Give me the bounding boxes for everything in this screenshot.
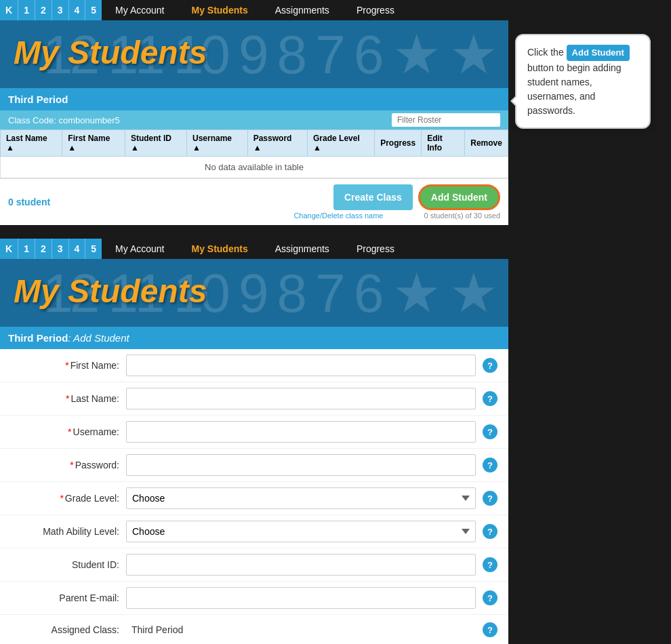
nav-num-4: 4 [68,0,85,20]
first-name-input[interactable] [126,355,476,376]
tooltip-add-student-label: Add Student [567,45,630,61]
nav-num-2-4: 4 [68,239,85,259]
nav-num-2: 2 [35,0,52,20]
last-name-help-icon[interactable]: ? [483,391,497,406]
hero-banner-2: 12 11 10 9 8 7 6 ★ ★ My Students [0,259,508,327]
form-title-bar: Third Period: Add Student [0,327,508,349]
divider [0,232,671,239]
first-name-help-icon[interactable]: ? [483,358,497,373]
last-name-input[interactable] [126,388,476,409]
last-name-row: *Last Name: ? [0,382,508,416]
nav-num-2-5: 5 [85,239,102,259]
nav-bar-2: K 1 2 3 4 5 My Account My Students Assig… [0,239,671,259]
col-edit-info: Edit Info [422,130,465,157]
nav-k: K [0,0,18,20]
assigned-class-label: Assigned Class: [11,624,119,635]
nav-bar-1: K 1 2 3 4 5 My Account My Students Assig… [0,0,671,20]
students-used-count: 0 student(s) of 30 used [424,212,500,220]
student-id-label: Student ID: [11,559,119,570]
tooltip-bubble: Click the Add Student button to begin ad… [515,34,651,129]
nav-num-2-2: 2 [35,239,52,259]
add-student-form: *First Name: ? *Last Name: ? *Username: … [0,349,508,644]
last-name-label: *Last Name: [11,393,119,404]
grade-level-help-icon[interactable]: ? [483,491,497,506]
table-footer: 0 student Create Class Add Student Chang… [0,178,508,225]
parent-email-input[interactable] [126,587,476,609]
class-code-label: Class Code: combonumber5 [8,115,120,125]
parent-email-row: Parent E-mail: ? [0,582,508,615]
username-help-icon[interactable]: ? [483,424,497,439]
col-student-id[interactable]: Student ID ▲ [125,130,186,157]
hero-title-1: My Students [14,34,495,71]
nav-num-3: 3 [52,0,68,20]
nav2-progress[interactable]: Progress [343,239,408,259]
class-code-value: combonumber5 [58,115,119,125]
footer-right: Create Class Add Student Change/Delete c… [293,184,500,220]
nav-k-2: K [0,239,18,259]
first-name-row: *First Name: ? [0,349,508,382]
nav2-my-students[interactable]: My Students [178,239,261,259]
col-progress: Progress [375,130,422,157]
assigned-class-row: Assigned Class: Third Period ? [0,615,508,644]
tooltip-text-after: button to begin adding student names, us… [527,62,622,116]
nav-num-1: 1 [18,0,35,20]
parent-email-help-icon[interactable]: ? [483,590,497,605]
form-class-name: Third Period [8,332,68,344]
footer-btn-row: Create Class Add Student [333,184,500,210]
tooltip-text-before: Click the [527,47,564,58]
form-subtitle: : Add Student [68,332,129,344]
student-count: 0 student [8,197,50,207]
table-empty-row: No data available in table [1,157,508,178]
math-ability-row: Math Ability Level: Choose Low Average H… [0,515,508,548]
col-remove: Remove [465,130,508,157]
col-username[interactable]: Username ▲ [187,130,248,157]
no-data-message: No data available in table [1,157,508,178]
username-row: *Username: ? [0,416,508,449]
hero-title-2: My Students [14,273,495,310]
assigned-class-help-icon[interactable]: ? [483,622,497,637]
nav2-assignments[interactable]: Assignments [262,239,343,259]
student-id-row: Student ID: ? [0,548,508,582]
student-id-help-icon[interactable]: ? [483,557,497,572]
nav2-my-account[interactable]: My Account [102,239,178,259]
col-last-name[interactable]: Last Name ▲ [1,130,62,157]
username-input[interactable] [126,421,476,443]
password-help-icon[interactable]: ? [483,458,497,472]
create-class-button[interactable]: Create Class [333,184,413,210]
username-label: *Username: [11,426,119,437]
col-password[interactable]: Password ▲ [247,130,307,157]
nav-my-account[interactable]: My Account [102,0,178,20]
password-label: *Password: [11,460,119,470]
nav-num-2-3: 3 [52,239,68,259]
password-row: *Password: ? [0,449,508,482]
table-header-row: Last Name ▲ First Name ▲ Student ID ▲ Us… [1,130,508,157]
first-name-label: *First Name: [11,360,119,371]
assigned-class-value: Third Period [126,620,476,639]
panel-header-1: Third Period [0,88,508,110]
password-input[interactable] [126,454,476,476]
math-ability-select[interactable]: Choose Low Average High [126,521,476,542]
nav-progress[interactable]: Progress [343,0,408,20]
filter-roster-input[interactable] [392,113,500,127]
nav-num-5: 5 [85,0,102,20]
math-ability-help-icon[interactable]: ? [483,524,497,539]
grade-level-label: *Grade Level: [11,493,119,504]
nav-assignments[interactable]: Assignments [262,0,343,20]
grade-level-select[interactable]: Choose K 1 2 3 4 5 [126,487,476,509]
nav-my-students[interactable]: My Students [178,0,261,20]
grade-level-row: *Grade Level: Choose K 1 2 3 4 5 ? [0,482,508,515]
add-student-button-1[interactable]: Add Student [418,184,500,210]
math-ability-label: Math Ability Level: [11,526,119,537]
student-id-input[interactable] [126,554,476,576]
class-code-row: Class Code: combonumber5 [0,110,508,129]
col-first-name[interactable]: First Name ▲ [62,130,125,157]
nav-num-2-1: 1 [18,239,35,259]
parent-email-label: Parent E-mail: [11,592,119,603]
hero-banner-1: 12 11 10 9 8 7 6 ★ ★ My Students [0,20,508,88]
change-delete-link[interactable]: Change/Delete class name [293,212,383,220]
col-grade-level[interactable]: Grade Level ▲ [308,130,375,157]
student-table: Last Name ▲ First Name ▲ Student ID ▲ Us… [0,129,508,178]
